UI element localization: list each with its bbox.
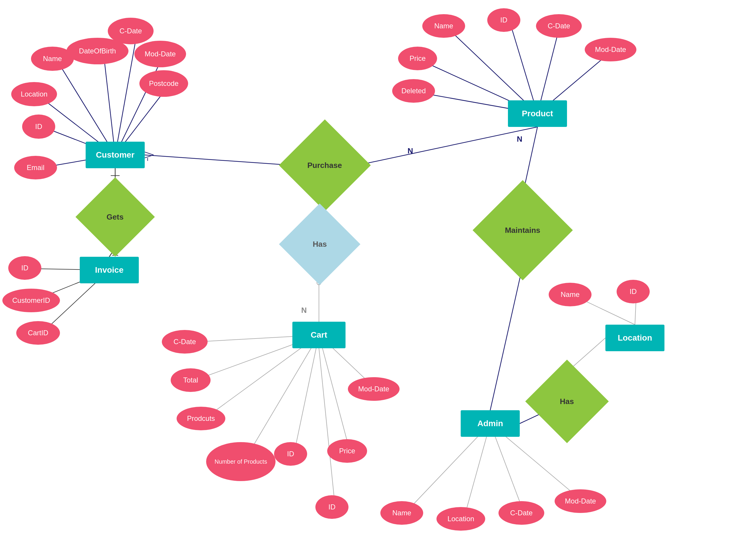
attr-customer-dob: DateOfBirth <box>66 38 128 64</box>
attr-customer-postcode: Postcode <box>139 70 188 97</box>
attr-product-deleted: Deleted <box>392 79 435 103</box>
svg-line-17 <box>357 127 537 165</box>
attr-cart-id: ID <box>274 442 307 466</box>
attr-location-name: Name <box>549 283 592 306</box>
attr-location-id: ID <box>617 280 650 303</box>
svg-line-38 <box>405 423 490 514</box>
attr-admin-location: Location <box>436 507 485 531</box>
attr-admin-moddate: Mod-Date <box>555 489 606 513</box>
attr-product-name: Name <box>422 14 465 38</box>
entity-customer: Customer <box>86 142 145 168</box>
attr-admin-cdate: C-Date <box>498 501 544 525</box>
svg-line-14 <box>145 155 292 165</box>
svg-text:N: N <box>301 306 307 314</box>
attr-cart-price: Price <box>327 439 367 463</box>
attr-customer-moddate: Mod-Date <box>134 41 186 67</box>
attr-customer-name: Name <box>31 47 74 71</box>
svg-line-9 <box>509 21 537 114</box>
attr-cart-products: Prodcuts <box>177 407 225 430</box>
attr-customer-id: ID <box>22 115 55 139</box>
attr-product-cdate: C-Date <box>536 14 582 38</box>
entity-invoice: Invoice <box>80 257 139 283</box>
attr-invoice-cartid: CartID <box>16 321 60 345</box>
entity-cart: Cart <box>292 322 346 348</box>
svg-line-31 <box>244 335 319 462</box>
svg-line-1 <box>103 52 115 155</box>
svg-line-35 <box>319 348 335 508</box>
attr-invoice-customerid: CustomerID <box>2 288 60 312</box>
attr-cart-moddate: Mod-Date <box>348 377 400 401</box>
entity-admin: Admin <box>461 410 520 437</box>
attr-customer-email: Email <box>14 156 57 180</box>
attr-customer-location: Location <box>11 82 57 106</box>
attr-cart-cdate: C-Date <box>162 330 208 353</box>
svg-line-32 <box>294 335 319 454</box>
attr-cart-numproducts: Number of Products <box>206 442 276 481</box>
svg-text:N: N <box>408 146 413 155</box>
svg-line-4 <box>56 59 115 155</box>
attr-product-id: ID <box>487 8 520 32</box>
svg-line-37 <box>490 266 523 410</box>
entity-product: Product <box>508 100 567 127</box>
attr-admin-name: Name <box>380 501 423 525</box>
svg-text:N: N <box>517 135 522 144</box>
svg-line-40 <box>490 423 524 514</box>
entity-location: Location <box>605 325 664 351</box>
attr-cart-total: Total <box>171 368 211 392</box>
attr-invoice-id: ID <box>8 256 41 280</box>
svg-line-2 <box>115 55 164 155</box>
svg-line-15 <box>145 152 154 155</box>
attr-product-moddate: Mod-Date <box>585 38 636 61</box>
attr-cart-id2: ID <box>315 495 348 519</box>
attr-product-price: Price <box>398 47 437 70</box>
